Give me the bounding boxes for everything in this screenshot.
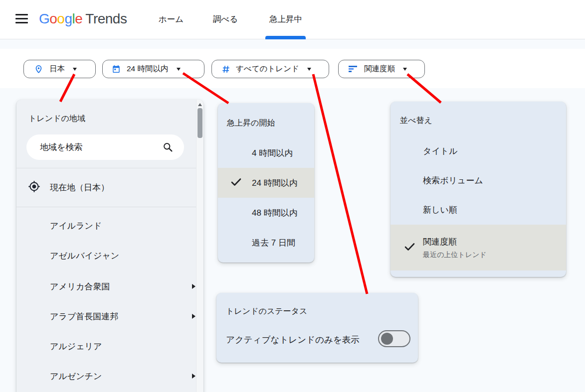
search-icon[interactable] [163, 142, 173, 154]
country-label: アメリカ合衆国 [50, 281, 110, 292]
category-filter-label: すべてのトレンド [236, 64, 299, 74]
country-label: アゼルバイジャン [50, 250, 119, 261]
option-label: タイトル [423, 145, 458, 157]
check-icon [231, 178, 241, 188]
country-label: アルゼンチン [50, 371, 102, 382]
sort-filter-button[interactable]: 関連度順 [338, 60, 425, 78]
sort-option[interactable]: 新しい順 [390, 195, 566, 225]
time-filter-button[interactable]: 24 時間以内 [102, 60, 204, 78]
hamburger-menu-icon[interactable] [15, 14, 28, 24]
option-label: 新しい順 [423, 204, 457, 216]
annotation-line-status [313, 74, 367, 294]
caret-down-icon [403, 68, 407, 71]
country-item[interactable]: アメリカ合衆国 [16, 271, 196, 301]
chevron-right-icon [192, 374, 195, 379]
caret-down-icon [73, 68, 77, 71]
sort-option-selected[interactable]: 関連度順 最近の上位トレンド [390, 225, 566, 270]
current-location-item[interactable]: 現在地（日本） [16, 168, 196, 207]
logo-letter: o [49, 11, 57, 26]
divider [16, 207, 196, 207]
google-trends-page: GoogleTrends ホーム 調べる 急上昇中 日本 24 時間以内 すべて… [0, 0, 585, 392]
hash-icon [221, 65, 230, 74]
time-filter-label: 24 時間以内 [127, 64, 169, 74]
country-item[interactable]: アラブ首長国連邦 [16, 301, 196, 331]
country-label: アルジェリア [50, 341, 102, 352]
option-sublabel: 最近の上位トレンド [423, 251, 487, 260]
sort-option[interactable]: 検索ボリューム [390, 166, 566, 195]
region-dropdown-panel: トレンドの地域 現在地（日本） アイルランド アゼルバイジャン アメリカ合衆国 [16, 100, 203, 392]
sort-dropdown-panel: 並べ替え タイトル 検索ボリューム 新しい順 関連度順 最近の上位トレンド [390, 102, 566, 277]
country-label: アイルランド [50, 220, 102, 232]
status-dropdown-panel: トレンドのステータス アクティブなトレンドのみを表示 [216, 293, 418, 363]
region-filter-button[interactable]: 日本 [23, 60, 96, 78]
location-pin-icon [34, 64, 43, 74]
tab-explore[interactable]: 調べる [208, 0, 243, 39]
region-filter-label: 日本 [49, 64, 65, 74]
region-panel-title: トレンドの地域 [28, 114, 85, 124]
time-option[interactable]: 48 時間以内 [218, 198, 314, 228]
time-option-selected[interactable]: 24 時間以内 [218, 168, 314, 198]
active-trends-row: アクティブなトレンドのみを表示 [216, 324, 418, 354]
chevron-right-icon [192, 284, 195, 289]
sort-option[interactable]: タイトル [390, 136, 566, 166]
time-option[interactable]: 過去 7 日間 [218, 228, 314, 258]
active-trends-toggle[interactable] [378, 330, 410, 347]
option-label: 関連度順 [423, 236, 487, 248]
scrollbar-thumb[interactable] [197, 108, 202, 138]
country-item[interactable]: アルゼンチン [16, 361, 196, 391]
region-search-box [26, 134, 184, 160]
sort-panel-title: 並べ替え [400, 116, 432, 126]
logo-letter: G [39, 11, 49, 26]
time-dropdown-panel: 急上昇の開始 4 時間以内 24 時間以内 48 時間以内 過去 7 日間 [218, 103, 314, 262]
tab-trending-now[interactable]: 急上昇中 [263, 0, 309, 39]
sort-icon [349, 65, 358, 73]
toggle-knob [381, 333, 393, 345]
my-location-icon [27, 180, 41, 195]
region-search-input[interactable] [40, 134, 170, 160]
calendar-icon [112, 64, 121, 74]
app-header: GoogleTrends ホーム 調べる 急上昇中 [0, 0, 585, 39]
logo-letter: g [64, 11, 72, 26]
option-label: 過去 7 日間 [252, 237, 295, 249]
check-icon [404, 243, 415, 253]
time-panel-title: 急上昇の開始 [227, 118, 275, 129]
country-item[interactable]: アゼルバイジャン [16, 241, 196, 270]
toggle-label: アクティブなトレンドのみを表示 [226, 334, 360, 346]
active-tab-underline [265, 36, 306, 39]
scrollbar[interactable] [196, 100, 203, 392]
tab-home[interactable]: ホーム [154, 0, 188, 39]
category-filter-button[interactable]: すべてのトレンド [211, 60, 329, 78]
option-label: 24 時間以内 [252, 177, 298, 189]
sort-filter-label: 関連度順 [364, 64, 395, 74]
caret-down-icon [177, 68, 181, 71]
option-label: 4 時間以内 [252, 147, 293, 159]
country-item[interactable]: アイルランド [16, 211, 196, 241]
chevron-right-icon [192, 314, 195, 319]
logo-letter: e [75, 11, 82, 26]
option-label: 検索ボリューム [423, 175, 483, 186]
country-label: アラブ首長国連邦 [50, 311, 118, 322]
logo-trends-text: Trends [85, 11, 127, 26]
scroll-up-arrow-icon[interactable] [198, 103, 202, 106]
google-trends-logo[interactable]: GoogleTrends [39, 11, 127, 27]
country-item[interactable]: アルジェリア [16, 331, 196, 361]
status-panel-title: トレンドのステータス [226, 306, 307, 317]
current-location-label: 現在地（日本） [50, 182, 109, 193]
time-option[interactable]: 4 時間以内 [218, 138, 314, 168]
caret-down-icon [307, 68, 311, 71]
option-label: 48 時間以内 [252, 207, 298, 219]
logo-letter: o [57, 11, 64, 26]
